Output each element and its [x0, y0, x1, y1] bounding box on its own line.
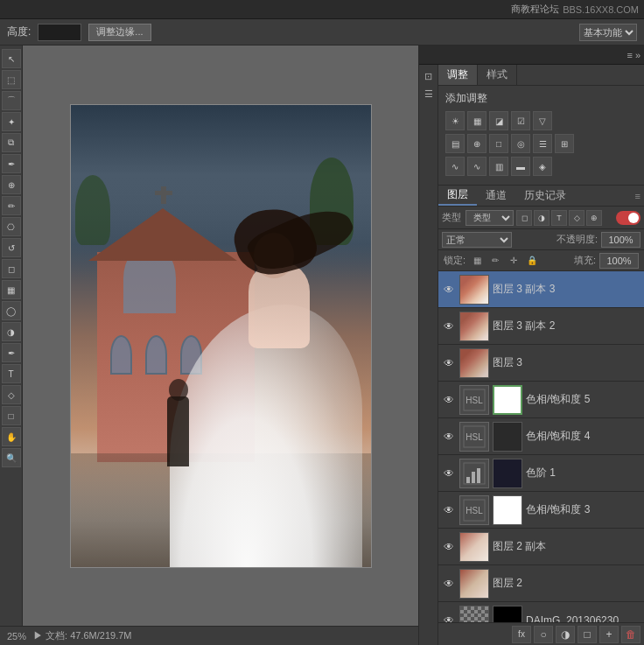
tool-zoom[interactable]: 🔍 [2, 448, 21, 467]
filter-icon-shape[interactable]: ◇ [569, 210, 584, 226]
filter-icons: ◻ ◑ T ◇ ⊕ [516, 210, 602, 226]
blend-mode-select[interactable]: 正常 [442, 232, 512, 248]
layer-visibility-toggle[interactable]: 👁 [442, 356, 456, 370]
tool-heal[interactable]: ⊕ [2, 175, 21, 194]
svg-rect-5 [466, 477, 470, 483]
layer-item[interactable]: 👁 图层 2 [438, 565, 644, 602]
tool-eyedropper[interactable]: ✒ [2, 154, 21, 173]
layer-name: 图层 3 [493, 355, 640, 370]
tool-path[interactable]: ◇ [2, 385, 21, 404]
adjustment-icons-row2: ▤ ⊕ □ ◎ ☰ ⊞ [445, 134, 637, 153]
layer-visibility-toggle[interactable]: 👁 [442, 577, 456, 591]
adj-photo-filter[interactable]: ◎ [511, 134, 530, 153]
tool-gradient[interactable]: ▦ [2, 280, 21, 299]
layer-item[interactable]: 👁 色阶 1 [438, 455, 644, 492]
tab-adjustments[interactable]: 调整 [438, 65, 478, 85]
tool-blur[interactable]: ◯ [2, 301, 21, 320]
adj-exposure[interactable]: ☑ [511, 111, 530, 130]
tool-hand[interactable]: ✋ [2, 427, 21, 446]
tool-pen[interactable]: ✒ [2, 343, 21, 362]
tab-layers[interactable]: 图层 [438, 186, 477, 206]
tool-dodge[interactable]: ◑ [2, 322, 21, 341]
adj-posterize[interactable]: ∿ [467, 157, 486, 176]
layer-item[interactable]: 👁 图层 3 副本 3 [438, 271, 644, 308]
tool-text[interactable]: T [2, 364, 21, 383]
layer-visibility-toggle[interactable]: 👁 [442, 393, 456, 407]
tool-brush[interactable]: ✏ [2, 196, 21, 215]
adj-vibrance[interactable]: ▽ [533, 111, 552, 130]
tool-crop[interactable]: ⧉ [2, 133, 21, 152]
layer-visibility-toggle[interactable]: 👁 [442, 613, 456, 623]
workspace-select[interactable]: 基本功能 [579, 24, 637, 41]
adj-color-balance[interactable]: ⊕ [467, 134, 486, 153]
adj-bw[interactable]: □ [489, 134, 508, 153]
layer-item[interactable]: 👁 图层 3 [438, 345, 644, 382]
adj-channel-mixer[interactable]: ☰ [533, 134, 552, 153]
layers-panel-menu[interactable]: ≡ [635, 191, 644, 201]
lock-transparent-btn[interactable]: ▦ [469, 253, 485, 269]
tool-history[interactable]: ↺ [2, 238, 21, 257]
tool-lasso[interactable]: ⌒ [2, 91, 21, 110]
add-layer-style-btn[interactable]: fx [512, 626, 531, 643]
layer-mask [493, 422, 522, 452]
adj-invert[interactable]: ∿ [445, 157, 465, 176]
tab-styles[interactable]: 样式 [478, 65, 517, 85]
new-group-btn[interactable]: □ [578, 626, 597, 643]
adj-curves[interactable]: ▦ [467, 111, 486, 130]
canvas-container[interactable] [23, 46, 418, 626]
layer-list[interactable]: 👁 图层 3 副本 3 👁 图层 3 副本 [438, 271, 644, 622]
layer-visibility-toggle[interactable]: 👁 [442, 430, 456, 444]
layer-thumbnail [459, 569, 489, 599]
layer-item[interactable]: 👁 图层 3 副本 2 [438, 308, 644, 345]
filter-icon-adjust[interactable]: ◑ [534, 210, 550, 226]
filter-type-select[interactable]: 类型 [466, 210, 514, 226]
adjust-edge-button[interactable]: 调整边缘... [88, 24, 150, 41]
tool-move[interactable]: ↖ [2, 49, 21, 68]
doc-info: ▶ 文档: 47.6M/219.7M [33, 629, 132, 642]
adj-threshold[interactable]: ▥ [489, 157, 508, 176]
layer-thumbnail [459, 348, 489, 378]
adj-selective-color[interactable]: ◈ [533, 157, 552, 176]
layer-item[interactable]: 👁 HSL 色相/饱和度 3 [438, 492, 644, 529]
layer-name: 图层 3 副本 2 [493, 319, 640, 333]
new-fill-layer-btn[interactable]: ◑ [556, 626, 575, 643]
tool-magic[interactable]: ✦ [2, 112, 21, 131]
height-input[interactable] [38, 24, 81, 41]
filter-icon-pixel[interactable]: ◻ [516, 210, 532, 226]
layer-item[interactable]: 👁 HSL 色相/饱和度 5 [438, 382, 644, 418]
layer-thumbnail [459, 606, 489, 623]
adj-gradient-map[interactable]: ▬ [511, 157, 530, 176]
add-mask-btn[interactable]: ○ [534, 626, 553, 643]
adj-levels[interactable]: ◪ [489, 111, 508, 130]
strip-icon-adjust[interactable]: ⊡ [421, 68, 437, 84]
lock-move-btn[interactable]: ✛ [506, 253, 522, 269]
lock-all-btn[interactable]: 🔒 [524, 253, 540, 269]
panel-collapse-btn[interactable]: ≡ » [626, 50, 640, 60]
tool-select[interactable]: ⬚ [2, 70, 21, 89]
tab-history[interactable]: 历史记录 [515, 186, 575, 206]
layer-visibility-toggle[interactable]: 👁 [442, 319, 456, 333]
new-layer-btn[interactable]: + [599, 626, 619, 643]
filter-icon-text[interactable]: T [551, 210, 567, 226]
opacity-input[interactable] [601, 232, 640, 248]
adj-color-lookup[interactable]: ⊞ [555, 134, 574, 153]
filter-icon-smart[interactable]: ⊕ [586, 210, 602, 226]
adj-brightness[interactable]: ☀ [445, 111, 465, 130]
adj-hsl[interactable]: ▤ [445, 134, 465, 153]
layer-visibility-toggle[interactable]: 👁 [442, 283, 456, 297]
layer-item[interactable]: 👁 DAImG_201306230... [438, 602, 644, 622]
layer-visibility-toggle[interactable]: 👁 [442, 466, 456, 480]
filter-toggle[interactable] [616, 211, 640, 225]
tool-shape[interactable]: □ [2, 406, 21, 425]
tool-eraser[interactable]: ◻ [2, 259, 21, 278]
layer-item[interactable]: 👁 HSL 色相/饱和度 4 [438, 418, 644, 455]
tab-channels[interactable]: 通道 [477, 186, 515, 206]
tool-stamp[interactable]: ⎔ [2, 217, 21, 236]
lock-paint-btn[interactable]: ✏ [487, 253, 503, 269]
layer-visibility-toggle[interactable]: 👁 [442, 540, 456, 554]
layer-visibility-toggle[interactable]: 👁 [442, 503, 456, 517]
strip-icon-layers[interactable]: ☰ [421, 86, 437, 102]
fill-input[interactable] [599, 253, 639, 269]
layer-item[interactable]: 👁 图层 2 副本 [438, 529, 644, 565]
delete-layer-btn[interactable]: 🗑 [621, 626, 640, 643]
